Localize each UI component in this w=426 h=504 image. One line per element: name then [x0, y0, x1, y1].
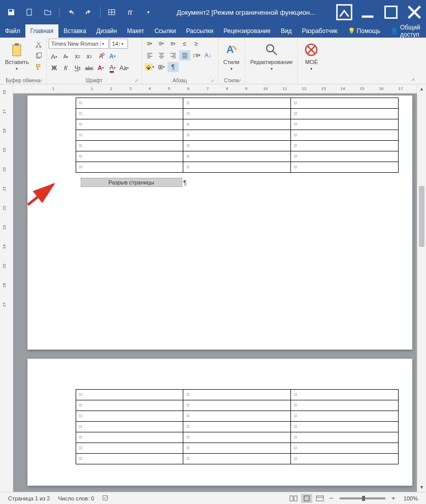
format-painter-button[interactable]	[33, 62, 44, 72]
table-cell[interactable]: ¤	[183, 141, 291, 151]
table-2[interactable]: ¤¤¤¤¤¤¤¤¤¤¤¤¤¤¤¤¤¤¤¤¤	[76, 389, 399, 464]
spellcheck-button[interactable]	[98, 494, 113, 502]
ribbon-options-button[interactable]	[333, 0, 356, 24]
moe-button[interactable]: МОЁ▾	[300, 39, 322, 74]
page-status[interactable]: Страница 1 из 2	[4, 495, 54, 501]
underline-button[interactable]: Ч▾	[72, 63, 83, 73]
bullets-button[interactable]: ≡▾	[144, 39, 155, 49]
multilevel-button[interactable]: ≡▾	[168, 39, 179, 49]
decrease-indent-button[interactable]: ≤	[179, 39, 190, 49]
dialog-launcher-icon[interactable]: ⤢	[211, 78, 215, 83]
table-cell[interactable]: ¤	[76, 400, 183, 411]
tab-help[interactable]: 💡Помощь	[343, 24, 385, 38]
editing-button[interactable]: Редактирование▾	[247, 39, 296, 74]
font-color-button[interactable]: A▾	[107, 63, 118, 73]
tab-insert[interactable]: Вставка	[58, 24, 91, 38]
tab-developer[interactable]: Разработчик	[297, 24, 343, 38]
sort-button[interactable]: A↓	[203, 50, 214, 60]
shading-button[interactable]: ⬙▾	[144, 62, 155, 72]
web-layout-button[interactable]	[314, 494, 325, 503]
table-cell[interactable]: ¤	[76, 422, 183, 432]
subscript-button[interactable]: x2	[72, 51, 83, 61]
font-name-combo[interactable]: Times New Roman▾	[49, 39, 109, 49]
dialog-launcher-icon[interactable]: ⤢	[238, 78, 242, 83]
highlight-button[interactable]: A▾	[95, 63, 107, 73]
table-cell[interactable]: ¤	[183, 98, 291, 109]
page-break-indicator[interactable]: Разрыв страницы¶	[81, 178, 182, 187]
read-mode-button[interactable]	[288, 494, 299, 503]
line-spacing-button[interactable]: ↕≡▾	[191, 50, 202, 60]
zoom-level[interactable]: 100%	[400, 495, 422, 501]
table-cell[interactable]: ¤	[76, 151, 183, 162]
save-button[interactable]	[2, 0, 20, 24]
table-cell[interactable]: ¤	[183, 432, 291, 443]
shrink-font-button[interactable]: A▾	[60, 51, 72, 61]
table-cell[interactable]: ¤	[183, 162, 291, 173]
table-cell[interactable]: ¤	[76, 98, 183, 109]
table-cell[interactable]: ¤	[183, 454, 291, 464]
bold-button[interactable]: Ж	[49, 63, 60, 73]
table-cell[interactable]: ¤	[183, 109, 291, 119]
horizontal-ruler[interactable]: 11234567891011121314151617	[13, 84, 426, 93]
strikethrough-button[interactable]: abc	[84, 63, 95, 73]
table-cell[interactable]: ¤	[290, 400, 398, 411]
tab-references[interactable]: Ссылки	[149, 24, 181, 38]
table-cell[interactable]: ¤	[183, 390, 291, 400]
tab-design[interactable]: Дизайн	[91, 24, 122, 38]
table-cell[interactable]: ¤	[290, 141, 398, 151]
table-1[interactable]: ¤¤¤¤¤¤¤¤¤¤¤¤¤¤¤¤¤¤¤¤¤	[76, 98, 399, 173]
clear-format-button[interactable]: A⊘	[95, 51, 107, 61]
table-cell[interactable]: ¤	[183, 422, 291, 432]
copy-button[interactable]	[33, 51, 44, 61]
zoom-slider[interactable]	[340, 497, 385, 499]
tab-home[interactable]: Главная	[25, 24, 59, 38]
table-cell[interactable]: ¤	[76, 390, 183, 400]
zoom-out-button[interactable]: −	[327, 494, 336, 502]
align-right-button[interactable]	[168, 50, 179, 60]
dialog-launcher-icon[interactable]: ⤢	[39, 78, 43, 83]
align-left-button[interactable]	[144, 50, 155, 60]
borders-button[interactable]: ⊞▾	[156, 62, 167, 72]
font-size-combo[interactable]: 14▾	[110, 39, 128, 49]
open-button[interactable]	[39, 0, 57, 24]
tab-mailings[interactable]: Рассылки	[181, 24, 218, 38]
dialog-launcher-icon[interactable]: ⤢	[135, 78, 139, 83]
tab-view[interactable]: Вид	[276, 24, 297, 38]
equation-button[interactable]: π	[121, 0, 139, 24]
table-cell[interactable]: ¤	[183, 443, 291, 454]
redo-button[interactable]	[80, 0, 98, 24]
increase-indent-button[interactable]: ≥	[191, 39, 202, 49]
table-cell[interactable]: ¤	[290, 411, 398, 422]
table-cell[interactable]: ¤	[183, 400, 291, 411]
tab-review[interactable]: Рецензирование	[218, 24, 276, 38]
table-cell[interactable]: ¤	[290, 454, 398, 464]
table-cell[interactable]: ¤	[290, 390, 398, 400]
table-cell[interactable]: ¤	[76, 130, 183, 141]
italic-button[interactable]: К	[60, 63, 72, 73]
table-cell[interactable]: ¤	[76, 443, 183, 454]
new-doc-button[interactable]	[20, 0, 39, 24]
table-cell[interactable]: ¤	[76, 162, 183, 173]
table-cell[interactable]: ¤	[183, 130, 291, 141]
align-center-button[interactable]	[156, 50, 167, 60]
tab-file[interactable]: Файл	[0, 24, 25, 38]
vertical-ruler[interactable]: 161718192021222324252627	[0, 84, 13, 492]
share-button[interactable]: 👤Общий доступ	[385, 24, 426, 38]
print-layout-button[interactable]	[301, 494, 312, 503]
text-effects-button[interactable]: A▾	[107, 51, 118, 61]
table-cell[interactable]: ¤	[76, 454, 183, 464]
zoom-in-button[interactable]: +	[389, 494, 398, 502]
close-button[interactable]	[403, 0, 426, 24]
qat-customize[interactable]: ▾	[139, 0, 157, 24]
page-2[interactable]: ¤¤¤¤¤¤¤¤¤¤¤¤¤¤¤¤¤¤¤¤¤	[27, 359, 412, 486]
cut-button[interactable]	[33, 40, 44, 50]
table-cell[interactable]: ¤	[290, 98, 398, 109]
table-cell[interactable]: ¤	[290, 422, 398, 432]
table-button[interactable]	[103, 0, 121, 24]
table-cell[interactable]: ¤	[290, 432, 398, 443]
table-cell[interactable]: ¤	[290, 162, 398, 173]
word-count[interactable]: Число слов: 0	[54, 495, 98, 501]
table-cell[interactable]: ¤	[76, 119, 183, 130]
table-cell[interactable]: ¤	[290, 151, 398, 162]
numbering-button[interactable]: ≡▾	[156, 39, 167, 49]
